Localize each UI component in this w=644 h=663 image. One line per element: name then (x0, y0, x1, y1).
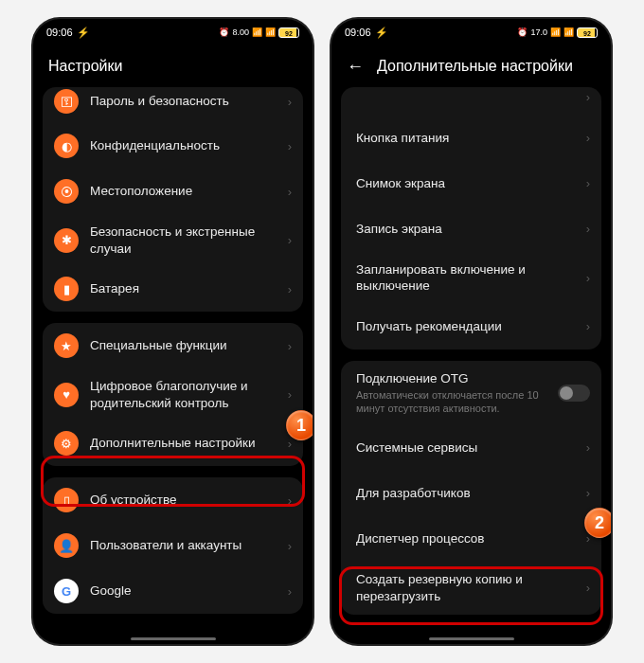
item-label: Конфиденциальность (90, 137, 288, 154)
chevron-right-icon: › (288, 437, 292, 451)
chevron-right-icon: › (586, 222, 590, 236)
settings-group: ⚿ Пароль и безопасность › ◐ Конфиденциал… (43, 87, 303, 312)
item-users-accounts[interactable]: 👤 Пользователи и аккаунты › (43, 523, 303, 568)
item-label: Запись экрана (356, 221, 586, 238)
chevron-right-icon: › (288, 139, 292, 153)
item-label: Для разработчиков (356, 485, 586, 502)
item-special-features[interactable]: ★ Специальные функции › (43, 323, 303, 368)
battery-icon: ▮ (54, 277, 79, 301)
item-label: Об устройстве (90, 492, 288, 509)
phone-left-settings: 09:06 ⚡ ⏰ 8.00 📶 📶 92 Настройки ⚿ Пароль… (33, 19, 313, 644)
item-label: Пользователи и аккаунты (90, 537, 288, 554)
alarm-icon: ⏰ (517, 27, 528, 37)
chevron-right-icon: › (586, 581, 590, 595)
item-partial[interactable]: › (341, 87, 601, 116)
item-location[interactable]: ⦿ Местоположение › (43, 169, 303, 214)
chevron-right-icon: › (288, 493, 292, 508)
settings-list[interactable]: ⚿ Пароль и безопасность › ◐ Конфиденциал… (33, 87, 313, 644)
item-label: Google (90, 582, 288, 600)
charge-icon: ⚡ (375, 27, 388, 39)
item-label: Запланировать включение и выключение (356, 261, 586, 295)
item-recommendations[interactable]: Получать рекомендации › (341, 304, 601, 349)
settings-group: ★ Специальные функции › ♥ Цифровое благо… (43, 323, 303, 466)
chevron-right-icon: › (586, 90, 590, 104)
item-google[interactable]: G Google › (43, 568, 303, 614)
location-icon: ⦿ (54, 179, 79, 204)
settings-group: › Кнопка питания › Снимок экрана › Запис… (341, 87, 601, 349)
phone-right-additional-settings: 09:06 ⚡ ⏰ 17.0 📶 📶 92 ← Дополнительные н… (331, 19, 611, 644)
item-subtitle: Автоматически отключается после 10 минут… (356, 388, 558, 416)
item-privacy[interactable]: ◐ Конфиденциальность › (43, 123, 303, 169)
item-label: Диспетчер процессов (356, 530, 586, 547)
item-label: Снимок экрана (356, 175, 586, 192)
back-button[interactable]: ← (347, 57, 364, 77)
about-icon: ▯ (54, 488, 79, 512)
chevron-right-icon: › (586, 486, 590, 500)
google-icon: G (54, 579, 79, 603)
nav-pill (429, 637, 514, 640)
item-backup-reset[interactable]: Создать резервную копию и перезагрузить … (341, 562, 601, 615)
item-system-services[interactable]: Системные сервисы › (341, 425, 601, 471)
item-schedule-power[interactable]: Запланировать включение и выключение › (341, 252, 601, 304)
item-label: Специальные функции (90, 337, 288, 354)
battery-icon: 92 (278, 27, 299, 38)
chevron-right-icon: › (586, 176, 590, 190)
status-bar: 09:06 ⚡ ⏰ 17.0 📶 📶 92 (331, 19, 611, 45)
gear-icon: ⚙ (54, 431, 79, 456)
chevron-right-icon: › (288, 584, 292, 599)
additional-settings-list[interactable]: › Кнопка питания › Снимок экрана › Запис… (331, 87, 611, 644)
sos-icon: ✱ (54, 228, 79, 253)
wifi-icon: 📶 (265, 27, 276, 37)
status-time: 09:06 (345, 27, 371, 38)
item-label: Пароль и безопасность (90, 93, 288, 110)
item-process-manager[interactable]: Диспетчер процессов › (341, 516, 601, 562)
item-label: Батарея (90, 280, 288, 297)
chevron-right-icon: › (288, 95, 292, 109)
header: ← Дополнительные настройки (331, 45, 611, 87)
item-label: Кнопка питания (356, 130, 586, 147)
item-label: Подключение OTG (356, 370, 558, 387)
privacy-icon: ◐ (54, 134, 79, 158)
item-otg-connection[interactable]: Подключение OTG Автоматически отключаетс… (341, 361, 601, 425)
item-digital-wellbeing[interactable]: ♥ Цифровое благополучие и родительский к… (43, 368, 303, 421)
settings-group: ▯ Об устройстве › 👤 Пользователи и аккау… (43, 477, 303, 614)
item-label: Цифровое благополучие и родительский кон… (90, 378, 288, 411)
chevron-right-icon: › (288, 233, 292, 247)
wellbeing-icon: ♥ (54, 383, 79, 407)
item-label: Дополнительные настройки (90, 435, 288, 452)
item-label: Безопасность и экстренные случаи (90, 224, 288, 257)
item-label: Получать рекомендации (356, 318, 586, 335)
chevron-right-icon: › (288, 539, 292, 553)
status-bar: 09:06 ⚡ ⏰ 8.00 📶 📶 92 (33, 19, 313, 45)
chevron-right-icon: › (586, 440, 590, 455)
settings-group: Подключение OTG Автоматически отключаетс… (341, 361, 601, 615)
otg-toggle[interactable] (558, 385, 590, 402)
item-screenshot[interactable]: Снимок экрана › (341, 161, 601, 206)
item-screen-record[interactable]: Запись экрана › (341, 206, 601, 252)
item-emergency[interactable]: ✱ Безопасность и экстренные случаи › (43, 214, 303, 266)
chevron-right-icon: › (288, 339, 292, 353)
item-password-security[interactable]: ⚿ Пароль и безопасность › (43, 87, 303, 123)
chevron-right-icon: › (288, 387, 292, 402)
signal-icon: 📶 (550, 27, 561, 37)
chevron-right-icon: › (288, 185, 292, 199)
header: Настройки (33, 45, 313, 87)
step-badge-1: 1 (286, 410, 313, 440)
chevron-right-icon: › (288, 282, 292, 296)
item-power-button[interactable]: Кнопка питания › (341, 116, 601, 161)
item-about-device[interactable]: ▯ Об устройстве › (43, 477, 303, 523)
users-icon: 👤 (54, 533, 79, 558)
item-battery[interactable]: ▮ Батарея › (43, 266, 303, 312)
net-speed: 17.0 (530, 27, 547, 37)
item-additional-settings[interactable]: ⚙ Дополнительные настройки › (43, 421, 303, 466)
page-title: Дополнительные настройки (377, 58, 573, 75)
wifi-icon: 📶 (564, 27, 574, 37)
step-badge-2: 2 (584, 508, 611, 538)
status-time: 09:06 (46, 27, 73, 38)
chevron-right-icon: › (586, 319, 590, 333)
item-label: Системные сервисы (356, 439, 586, 457)
item-developer-options[interactable]: Для разработчиков › (341, 471, 601, 516)
signal-icon: 📶 (252, 27, 262, 37)
item-label: Создать резервную копию и перезагрузить (356, 571, 586, 604)
star-icon: ★ (54, 333, 79, 358)
